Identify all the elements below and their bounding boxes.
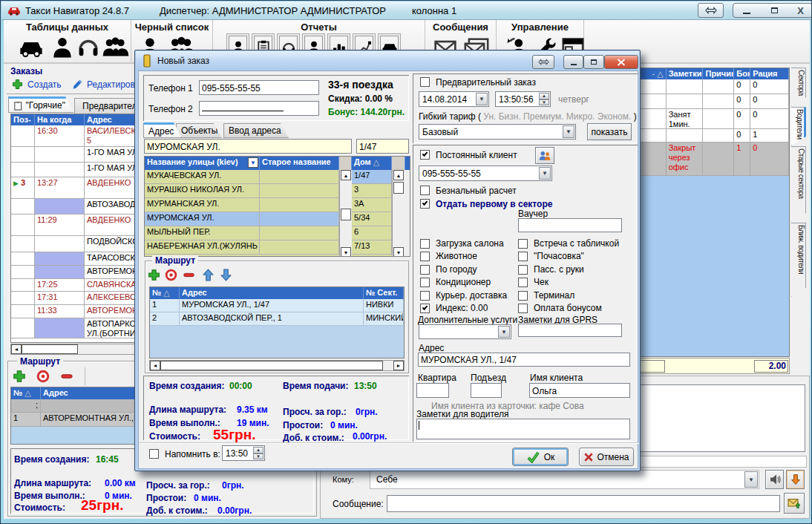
close-button[interactable]: X xyxy=(789,3,812,18)
client-phone-combo[interactable]: 095-555-55-55 ▼ xyxy=(419,166,552,181)
tab-address-entry[interactable]: Ввод адреса xyxy=(223,123,289,138)
street-row[interactable]: МЫЛЬНЫЙ ПЕР. 6 xyxy=(145,226,410,240)
dialog-route-row[interactable]: 2 АВТОЗАВОДСКОЙ ПЕР., 1 МИНСКИЙ xyxy=(150,312,404,326)
street-filter-arrow[interactable]: ▼ xyxy=(248,157,258,168)
route-main-col-num[interactable]: № xyxy=(13,388,22,397)
tariff-combo-arrow[interactable]: ▼ xyxy=(563,125,574,138)
time-down[interactable]: ▼ xyxy=(539,99,549,106)
tab-near-drivers[interactable]: Ближ. водители xyxy=(791,223,806,297)
dialog-route-row[interactable]: 1 МУРОМСКАЯ УЛ., 1/47 НИВКИ xyxy=(150,299,404,312)
street-col-name[interactable]: Название улицы (kiev) xyxy=(147,157,238,166)
orders-col-pos[interactable]: Поз- xyxy=(11,114,35,125)
create-order-button[interactable]: Создать xyxy=(27,79,62,90)
driver-row[interactable]: 0 0 xyxy=(618,79,789,94)
option-row[interactable]: Чек xyxy=(518,277,629,289)
gprs-input[interactable] xyxy=(518,324,622,337)
option-row[interactable]: Животное xyxy=(420,251,517,263)
client-card-button[interactable] xyxy=(535,147,554,164)
time-up[interactable]: ▲ xyxy=(539,93,549,99)
orders-col-when[interactable]: На когда xyxy=(35,114,85,125)
street-row[interactable]: НАБЕРЕЖНАЯ УЛ.(ЖУЛЯНЬ 7/13 xyxy=(145,240,410,255)
flat-input[interactable] xyxy=(416,383,449,398)
street-row[interactable]: МУРМАНСКАЯ УЛ. 3А xyxy=(145,198,410,212)
dialog-route-hscrollbar[interactable]: ◄ ► xyxy=(149,360,405,371)
dialog-route-remove-icon[interactable] xyxy=(183,269,195,281)
orders-scroll-thumb[interactable] xyxy=(22,344,78,354)
option-row[interactable]: "Почасовка" xyxy=(518,251,629,263)
street-table[interactable]: Название улицы (kiev) ▼ Старое название … xyxy=(144,156,410,257)
ok-button[interactable]: Ок xyxy=(512,448,569,466)
option-row[interactable]: Индекс: 0.00 xyxy=(420,303,517,315)
dialog-route-col-sect[interactable]: № Сект. xyxy=(364,287,404,299)
minimize-button[interactable] xyxy=(733,3,761,18)
services-combo-arrow[interactable]: ▼ xyxy=(498,326,510,338)
option-row[interactable]: Оплата бонусом xyxy=(518,303,629,315)
driver-notes-textarea[interactable] xyxy=(416,419,630,439)
send-message-button[interactable] xyxy=(784,493,805,514)
dialog-route-add-icon[interactable] xyxy=(148,269,160,281)
street-col-old[interactable]: Старое название xyxy=(260,157,339,170)
house-input[interactable]: 1/47 xyxy=(356,139,409,154)
option-row[interactable]: По городу xyxy=(420,264,517,277)
drivers-table[interactable]: - △ Заметки Причин Бон Рация 0 0 0 0 xyxy=(617,68,790,357)
tariff-combo[interactable]: Базовый ▼ xyxy=(419,124,576,140)
drivers-col-bonus[interactable]: Бон xyxy=(734,68,750,79)
cashless-checkbox[interactable] xyxy=(420,186,430,195)
option-row[interactable]: Кондиционер xyxy=(420,277,517,289)
dialog-route-col-addr[interactable]: Адрес xyxy=(180,287,364,299)
date-combo[interactable]: 14.08.2014 ▼ xyxy=(419,91,489,107)
street-vscrollbar[interactable]: ▲ ▼ xyxy=(339,170,352,257)
option-row[interactable]: Пасс. с руки xyxy=(518,264,629,277)
option-row[interactable]: Встреча с табличкой xyxy=(518,238,629,251)
dialog-route-down-icon[interactable] xyxy=(220,269,232,281)
dialog-maximize-button[interactable] xyxy=(583,55,604,69)
house-vscrollbar[interactable]: ▲ ▼ xyxy=(392,170,410,257)
message-input[interactable] xyxy=(387,495,780,512)
headset-icon[interactable] xyxy=(76,36,100,59)
remind-time-spinner[interactable]: 13:50 ▲▼ xyxy=(222,445,265,461)
show-tariff-button[interactable]: показать xyxy=(587,123,632,140)
dialog-close-button[interactable] xyxy=(604,55,638,69)
drivers-col-pos[interactable]: - △ xyxy=(652,69,664,78)
services-combo[interactable]: ▼ xyxy=(419,324,511,339)
dialog-minimize-button[interactable] xyxy=(563,55,583,69)
street-row[interactable]: МУКАЧЕВСКАЯ УЛ. 1/47 xyxy=(145,170,410,184)
client-name-input[interactable]: Ольга xyxy=(529,383,630,398)
street-col-house[interactable]: Дом xyxy=(354,157,371,166)
remind-up[interactable]: ▲ xyxy=(253,447,263,453)
dialog-swap-button[interactable] xyxy=(532,55,554,69)
group-icon[interactable] xyxy=(102,36,130,59)
to-combo-arrow[interactable]: ▼ xyxy=(744,471,758,488)
cancel-button[interactable]: Отмена xyxy=(579,448,634,466)
dialog-route-col-num[interactable]: № xyxy=(152,288,161,297)
drivers-col-notes[interactable]: Заметки xyxy=(667,68,704,79)
driver-row[interactable]: Занят 1мин. 0 0 xyxy=(618,109,789,129)
download-button[interactable] xyxy=(786,470,805,489)
remind-down[interactable]: ▼ xyxy=(253,453,263,460)
client-phone-arrow[interactable]: ▼ xyxy=(539,167,551,180)
dlg-addr-input[interactable]: МУРОМСКАЯ УЛ., 1/47 xyxy=(418,353,630,367)
speaker-button[interactable] xyxy=(765,470,784,489)
dialog-route-up-icon[interactable] xyxy=(202,269,215,281)
street-input[interactable]: МУРОМСКАЯ УЛ. xyxy=(144,139,352,154)
phone2-input[interactable] xyxy=(199,101,319,116)
driver-row[interactable]: Закрыт через офис 1 0 xyxy=(618,143,789,176)
car-icon[interactable] xyxy=(17,36,45,59)
maximize-button[interactable] xyxy=(760,3,790,18)
phone1-input[interactable]: 095-555-55-55 xyxy=(199,80,319,95)
orders-scroll-left[interactable]: ◄ xyxy=(11,344,22,354)
person-icon[interactable] xyxy=(51,36,73,59)
route-add-icon[interactable] xyxy=(13,370,26,383)
to-combo[interactable]: Себе ▼ xyxy=(370,470,759,489)
drivers-col-reason[interactable]: Причин xyxy=(703,68,734,79)
route-target-icon[interactable] xyxy=(36,370,50,383)
option-row[interactable]: Загрузка салона xyxy=(420,238,517,251)
tab-objects[interactable]: Объекты xyxy=(176,123,222,138)
remind-checkbox[interactable] xyxy=(149,449,159,459)
street-row[interactable]: МУРОМСКАЯ УЛ. 5/34 xyxy=(145,212,410,226)
dialog-route-table[interactable]: № △ Адрес № Сект. 1 МУРОМСКАЯ УЛ., 1/47 … xyxy=(149,286,405,358)
prelim-checkbox[interactable] xyxy=(420,77,430,87)
tab-old-sectors[interactable]: Старые сектора xyxy=(791,146,806,222)
swap-window-button[interactable] xyxy=(698,3,724,18)
first-in-sector-checkbox[interactable] xyxy=(420,199,430,209)
